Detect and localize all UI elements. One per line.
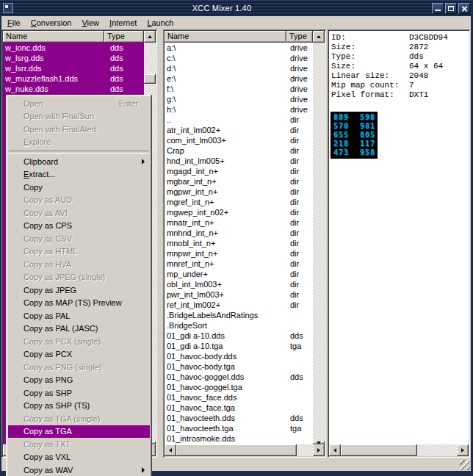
file-row[interactable]: 01_havocteeth.ddsdds xyxy=(165,413,313,423)
middle-vertical-scrollbar[interactable] xyxy=(313,43,325,444)
file-row[interactable]: 01_havoc-body.tga xyxy=(165,361,313,372)
menu-item-copy-as-shp[interactable]: Copy as SHP xyxy=(8,386,150,400)
file-row[interactable]: g:\drive xyxy=(165,94,313,104)
column-header-type[interactable]: Type xyxy=(286,31,313,43)
file-type xyxy=(290,310,313,320)
system-menu-icon[interactable] xyxy=(3,3,13,13)
menu-item-label: Open with FinalAlert xyxy=(24,125,96,134)
file-row[interactable]: .BridgeLabelsAndRatings xyxy=(165,310,313,320)
minimize-icon xyxy=(435,10,441,11)
menu-item-copy-as-wav[interactable]: Copy as WAV xyxy=(8,464,150,476)
menu-item-copy-as-pal[interactable]: Copy as PAL xyxy=(8,309,150,322)
scroll-up-button[interactable] xyxy=(313,31,325,43)
scroll-right-button[interactable] xyxy=(457,444,469,456)
scrollbar-track[interactable] xyxy=(176,444,313,456)
file-row[interactable]: 01_havoc_face.tga xyxy=(165,403,313,413)
file-row[interactable]: mnobl_int_n+dir xyxy=(165,238,313,248)
file-row[interactable]: .BridgeSort xyxy=(165,320,313,331)
file-row[interactable]: e:\drive xyxy=(165,73,313,84)
menu-item-copy-as-map-ts-preview[interactable]: Copy as MAP (TS) Preview xyxy=(8,297,150,310)
file-row[interactable]: com_int_lm003+dir xyxy=(165,135,313,145)
scrollbar-thumb[interactable] xyxy=(341,444,417,456)
file-row[interactable]: w_lsrg.ddsdds xyxy=(3,53,144,63)
info-horizontal-scrollbar[interactable] xyxy=(329,444,469,456)
scrollbar-thumb[interactable] xyxy=(144,74,156,84)
resize-grip[interactable] xyxy=(460,460,470,470)
file-row[interactable]: mgagd_int_n+dir xyxy=(165,166,313,176)
file-row[interactable]: obl_int_lm003+dir xyxy=(165,279,313,289)
scrollbar-track[interactable] xyxy=(313,43,325,441)
file-row[interactable]: mgwep_int_n02+dir xyxy=(165,207,313,217)
menu-item-copy[interactable]: Copy xyxy=(8,181,150,194)
file-row[interactable]: w_nuke.ddsdds xyxy=(3,84,144,94)
menu-view[interactable]: View xyxy=(76,17,104,29)
menu-file[interactable]: File xyxy=(2,17,26,29)
file-type: drive xyxy=(290,104,313,115)
menu-item-extract[interactable]: Extract... xyxy=(8,168,150,181)
file-row[interactable]: 01_havoc_face.dds xyxy=(165,392,313,403)
file-type: dir xyxy=(290,238,313,248)
menu-item-copy-as-png[interactable]: Copy as PNG xyxy=(8,374,150,387)
scroll-left-button[interactable] xyxy=(329,444,341,456)
file-row[interactable]: 01_havoc-goggel.ddsdds xyxy=(165,372,313,382)
file-row[interactable]: w_muzzleflash1.ddsdds xyxy=(3,73,144,84)
middle-horizontal-scrollbar[interactable] xyxy=(165,444,325,456)
close-button[interactable] xyxy=(458,3,470,14)
column-header-type[interactable]: Type xyxy=(104,31,144,43)
menu-item-label: Copy as AUD xyxy=(24,195,72,204)
file-row[interactable]: w_lsrr.ddsdds xyxy=(3,63,144,73)
scroll-right-button[interactable] xyxy=(313,444,325,456)
file-row[interactable]: mp_under+dir xyxy=(165,269,313,279)
menu-conversion[interactable]: Conversion xyxy=(26,17,77,29)
scrollbar-track[interactable] xyxy=(341,444,457,456)
file-type: dds xyxy=(107,43,144,53)
file-row[interactable]: hnd_int_lm005+dir xyxy=(165,156,313,166)
file-name: mnref_int_n+ xyxy=(167,259,290,269)
file-row[interactable]: mgbar_int_n+dir xyxy=(165,176,313,187)
file-row[interactable]: 01_gdi a-10.ddsdds xyxy=(165,331,313,341)
column-header-name[interactable]: Name xyxy=(3,31,104,43)
file-row[interactable]: mnhnd_int_n+dir xyxy=(165,228,313,238)
file-row[interactable]: d:\drive xyxy=(165,63,313,73)
scroll-left-button[interactable] xyxy=(165,444,176,456)
file-row[interactable]: pwr_int_lm003+dir xyxy=(165,289,313,300)
menu-internet[interactable]: Internet xyxy=(104,17,142,29)
file-row[interactable]: mgref_int_n+dir xyxy=(165,197,313,207)
file-row[interactable]: 01_havoc-goggel.tga xyxy=(165,382,313,392)
column-header-name[interactable]: Name xyxy=(165,31,286,43)
menu-item-clipboard[interactable]: Clipboard xyxy=(8,155,150,168)
menu-item-copy-as-pal-jasc[interactable]: Copy as PAL (JASC) xyxy=(8,322,150,336)
menu-item-copy-as-pcx[interactable]: Copy as PCX xyxy=(8,348,150,361)
file-row[interactable]: mnatr_int_n+dir xyxy=(165,217,313,228)
file-row[interactable]: mgpwr_int_n+dir xyxy=(165,187,313,197)
menu-item-label: Copy as TGA (single) xyxy=(24,414,100,423)
submenu-arrow-icon xyxy=(142,159,145,165)
menu-item-copy-as-shp-ts[interactable]: Copy as SHP (TS) xyxy=(8,400,150,413)
file-row[interactable]: 01_gdi a-10.tgatga xyxy=(165,341,313,351)
file-row[interactable]: h:\drive xyxy=(165,104,313,115)
file-row[interactable]: 01_introsmoke.dds xyxy=(165,433,313,444)
file-row[interactable]: w_ionc.ddsdds xyxy=(3,43,144,53)
file-row[interactable]: mnref_int_n+dir xyxy=(165,259,313,269)
menu-item-copy-as-tga[interactable]: Copy as TGA xyxy=(8,425,150,439)
file-row[interactable]: mnpwr_int_n+dir xyxy=(165,248,313,259)
file-row[interactable]: a:\drive xyxy=(165,43,313,53)
file-row[interactable]: c:\drive xyxy=(165,53,313,63)
preview-number-row: 655805 xyxy=(333,131,378,140)
scrollbar-thumb[interactable] xyxy=(176,444,297,456)
file-row[interactable]: 01_havoc-body.dds xyxy=(165,351,313,361)
menu-launch[interactable]: Launch xyxy=(142,17,178,29)
scroll-up-button[interactable] xyxy=(144,31,156,43)
file-row[interactable]: Crapdir xyxy=(165,145,313,156)
file-row[interactable]: ..dir xyxy=(165,115,313,125)
menu-item-copy-as-cps[interactable]: Copy as CPS xyxy=(8,220,150,233)
titlebar[interactable]: XCC Mixer 1.40 xyxy=(0,0,473,16)
maximize-button[interactable] xyxy=(445,3,457,14)
file-row[interactable]: atr_int_lm002+dir xyxy=(165,125,313,135)
menu-item-copy-as-jpeg[interactable]: Copy as JPEG xyxy=(8,284,150,297)
file-row[interactable]: ref_int_lm002+dir xyxy=(165,300,313,310)
minimize-button[interactable] xyxy=(432,3,444,14)
file-row[interactable]: f:\drive xyxy=(165,84,313,94)
menu-item-copy-as-vxl[interactable]: Copy as VXL xyxy=(8,451,150,464)
file-row[interactable]: 01_havocteeth.tgatga xyxy=(165,423,313,433)
